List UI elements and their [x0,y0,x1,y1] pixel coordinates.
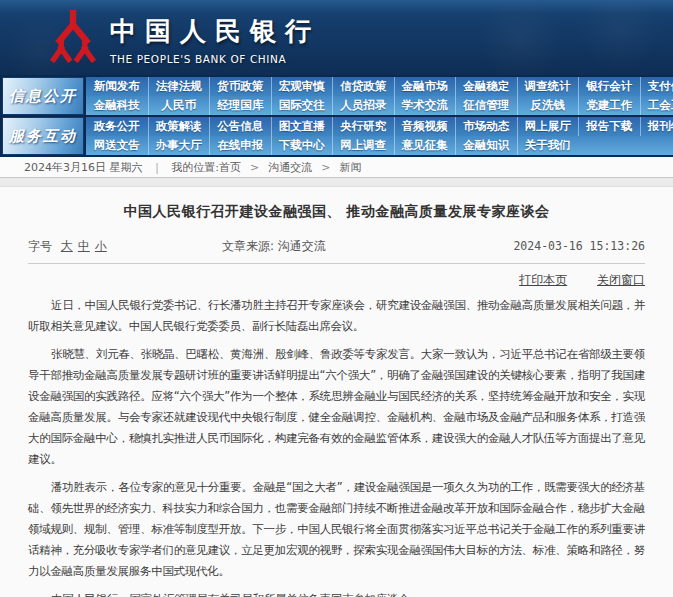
nav-item[interactable]: 报刊年鉴 [640,117,673,136]
page-title: 中国人民银行召开建设金融强国、 推动金融高质量发展专家座谈会 [28,188,645,221]
article-paragraph: 近日，中国人民银行党委书记、行长潘功胜主持召开专家座谈会，研究建设金融强国、推动… [28,295,645,337]
divider [0,178,673,187]
nav-item[interactable]: 学术交流 [394,96,456,115]
font-size-control: 字号 大中小 [28,238,222,255]
nav-item[interactable]: 反洗钱 [517,96,579,115]
print-page-link[interactable]: 打印本页 [519,273,567,287]
nav-item[interactable]: 图文直播 [271,117,333,136]
article-source: 文章来源: 沟通交流 [222,238,469,255]
nav-item[interactable]: 法律法规 [148,77,210,96]
nav-item[interactable]: 音频视频 [394,117,456,136]
font-size-option[interactable]: 大 [61,239,73,253]
bank-name-cn: 中国人民银行 [110,14,320,49]
nav-item[interactable]: 信贷政策 [332,77,394,96]
font-size-option[interactable]: 中 [78,239,90,253]
breadcrumb-date: 2024年3月16日 星期六 [24,160,143,175]
article-datetime: 2024-03-16 15:13:26 [469,239,645,253]
nav-item[interactable]: 金融稳定 [455,77,517,96]
nav-row: 金融科技人民币经理国库国际交往人员招录学术交流征信管理反洗钱党建工作工会工作 [86,96,673,115]
nav-section-grid-1: 政务公开政策解读公告信息图文直播央行研究音频视频市场动态网上展厅报告下载报刊年鉴… [86,117,673,155]
nav-item[interactable]: 宏观审慎 [271,77,333,96]
breadcrumb-link[interactable]: 新闻 [339,160,361,175]
nav-section-label-1[interactable]: 服务互动 [2,117,84,155]
article-content: 中国人民银行召开建设金融强国、 推动金融高质量发展专家座谈会 字号 大中小 文章… [0,188,673,597]
nav-item[interactable]: 报告下载 [578,117,640,136]
breadcrumb-link[interactable]: 沟通交流 [268,160,312,175]
nav-item[interactable]: 工会工作 [640,96,673,115]
nav-section-1: 服务互动政务公开政策解读公告信息图文直播央行研究音频视频市场动态网上展厅报告下载… [2,117,673,155]
article-source-label: 文章来源: [222,239,274,253]
site-branding: 中国人民银行 THE PEOPLE'S BANK OF CHINA [110,14,320,65]
nav-section-0: 信息公开新闻发布法律法规货币政策宏观审慎信贷政策金融市场金融稳定调查统计银行会计… [2,77,673,115]
breadcrumb-separator: ｜ [152,160,163,175]
nav-item[interactable]: 银行会计 [578,77,640,96]
article-paragraph: 潘功胜表示，各位专家的意见十分重要。金融是“国之大者”，建设金融强国是一项久久为… [28,477,645,582]
breadcrumb-separator: > [250,161,259,174]
nav-row: 政务公开政策解读公告信息图文直播央行研究音频视频市场动态网上展厅报告下载报刊年鉴 [86,117,673,136]
nav-item[interactable]: 货币政策 [209,77,271,96]
nav-item[interactable]: 网上展厅 [517,117,579,136]
nav-item[interactable]: 政务公开 [86,117,148,136]
article-body: 近日，中国人民银行党委书记、行长潘功胜主持召开专家座谈会，研究建设金融强国、推动… [28,295,645,597]
nav-item[interactable]: 关于我们 [517,136,579,155]
nav-item[interactable]: 金融科技 [86,96,148,115]
nav-item[interactable]: 央行研究 [332,117,394,136]
article-meta: 字号 大中小 文章来源: 沟通交流 2024-03-16 15:13:26 [28,238,645,264]
breadcrumb-location: 我的位置:首页 [171,160,241,175]
nav-item[interactable]: 新闻发布 [86,77,148,96]
breadcrumb-separator: > [321,161,330,174]
nav-item[interactable]: 公告信息 [209,117,271,136]
nav-row: 网送文告办事大厅在线申报下载中心网上调查意见征集金融知识关于我们 [86,136,673,155]
nav-item[interactable]: 办事大厅 [148,136,210,155]
nav-item[interactable]: 金融市场 [394,77,456,96]
font-size-option[interactable]: 小 [95,239,107,253]
nav-item[interactable]: 市场动态 [455,117,517,136]
article-paragraph: 中国人民银行、国家外汇管理局有关司局和所属单位负责同志参加座谈会。 [28,589,645,597]
nav-section-label-0[interactable]: 信息公开 [2,77,84,115]
nav-item[interactable]: 人员招录 [332,96,394,115]
nav-item[interactable]: 调查统计 [517,77,579,96]
nav-item[interactable]: 金融知识 [455,136,517,155]
main-nav: 信息公开新闻发布法律法规货币政策宏观审慎信贷政策金融市场金融稳定调查统计银行会计… [0,75,673,157]
nav-item[interactable]: 在线申报 [209,136,271,155]
close-window-link[interactable]: 关闭窗口 [597,273,645,287]
nav-item[interactable]: 网送文告 [86,136,148,155]
nav-row: 新闻发布法律法规货币政策宏观审慎信贷政策金融市场金融稳定调查统计银行会计支付体系 [86,77,673,96]
nav-item[interactable]: 意见征集 [394,136,456,155]
bank-name-en: THE PEOPLE'S BANK OF CHINA [110,53,320,65]
nav-item[interactable]: 下载中心 [271,136,333,155]
nav-item[interactable]: 网上调查 [332,136,394,155]
nav-item[interactable]: 支付体系 [640,77,673,96]
article-paragraph: 张晓慧、刘元春、张晓晶、巴曙松、黄海洲、殷剑峰、鲁政委等专家发言。大家一致认为，… [28,344,645,470]
pboc-logo-icon [44,8,102,66]
nav-item[interactable]: 国际交往 [271,96,333,115]
nav-item[interactable]: 党建工作 [578,96,640,115]
nav-section-grid-0: 新闻发布法律法规货币政策宏观审慎信贷政策金融市场金融稳定调查统计银行会计支付体系… [86,77,673,115]
breadcrumb: 2024年3月16日 星期六｜我的位置:首页>沟通交流>新闻 [0,157,673,178]
article-actions: 打印本页 关闭窗口 [28,272,645,287]
nav-item[interactable]: 人民币 [148,96,210,115]
font-size-label: 字号 [28,239,52,253]
site-header: 中国人民银行 THE PEOPLE'S BANK OF CHINA [0,0,673,75]
nav-item[interactable]: 政策解读 [148,117,210,136]
nav-item[interactable]: 经理国库 [209,96,271,115]
article-source-value: 沟通交流 [278,239,326,253]
nav-item[interactable]: 征信管理 [455,96,517,115]
pboc-page: 中国人民银行 THE PEOPLE'S BANK OF CHINA 信息公开新闻… [0,0,673,597]
